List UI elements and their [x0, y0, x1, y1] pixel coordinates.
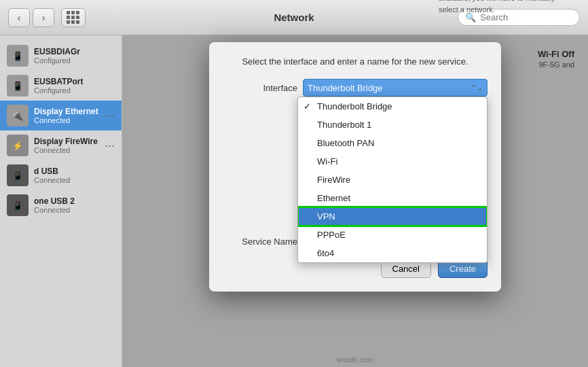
sidebar-item-3[interactable]: ⚡ Display FireWire Connected ···	[0, 130, 122, 160]
sidebar-item-text-2: Display Ethernet Connected	[34, 107, 99, 124]
dropdown-item-label: Bluetooth PAN	[317, 138, 374, 148]
grid-icon	[67, 11, 80, 24]
dropdown-item-6to4[interactable]: 6to4	[298, 244, 487, 262]
forward-button[interactable]: ›	[33, 8, 54, 27]
interface-dialog: Select the interface and enter a name fo…	[209, 42, 501, 292]
sidebar-item-status-0: Configured	[34, 56, 115, 65]
sidebar-item-name-4: d USB	[34, 167, 115, 176]
sidebar-item-status-3: Connected	[34, 146, 99, 154]
sidebar-item-name-5: one USB 2	[34, 196, 115, 206]
sidebar: 📱 EUSBDIAGr Configured 📱 EUSBATPort Conf…	[0, 35, 122, 367]
dropdown-item-vpn[interactable]: VPN	[298, 207, 487, 226]
dropdown-item-bluetooth-pan[interactable]: Bluetooth PAN	[298, 134, 487, 152]
dropdown-item-label: PPPoE	[317, 230, 346, 240]
nav-buttons: ‹ ›	[8, 8, 54, 27]
dropdown-item-label: Ethernet	[317, 193, 350, 203]
sidebar-item-icon-1: 📱	[7, 75, 29, 97]
dropdown-item-pppoe[interactable]: PPPoE	[298, 226, 487, 244]
forward-icon: ›	[42, 12, 45, 23]
sidebar-item-4[interactable]: 📱 d USB Connected	[0, 160, 122, 190]
dialog-overlay: Select the interface and enter a name fo…	[122, 35, 588, 367]
sidebar-item-status-1: Configured	[34, 86, 115, 94]
sidebar-item-text-5: one USB 2 Connected	[34, 196, 115, 214]
sidebar-item-text-3: Display FireWire Connected	[34, 137, 99, 154]
sidebar-item-dots-2: ···	[105, 109, 115, 123]
service-name-label: Service Name	[223, 237, 297, 247]
dropdown-item-thunderbolt1[interactable]: Thunderbolt 1	[298, 116, 487, 134]
sidebar-item-text-0: EUSBDIAGr Configured	[34, 47, 115, 65]
sidebar-item-status-5: Connected	[34, 206, 115, 214]
sidebar-item-name-1: EUSBATPort	[34, 77, 115, 86]
sidebar-item-icon-5: 📱	[7, 194, 29, 216]
dropdown-item-firewire[interactable]: FireWire	[298, 171, 487, 189]
dropdown-item-label: 6to4	[317, 248, 334, 258]
dropdown-item-label: VPN	[317, 211, 335, 222]
sidebar-item-text-1: EUSBATPort Configured	[34, 77, 115, 94]
sidebar-item-icon-3: ⚡	[7, 135, 29, 156]
sidebar-item-name-0: EUSBDIAGr	[34, 47, 115, 56]
interface-row: Interface Thunderbolt Bridge ⌃⌄ ✓ Thunde…	[223, 79, 488, 97]
interface-dropdown[interactable]: Thunderbolt Bridge ⌃⌄	[303, 79, 488, 97]
content-area: Wi-Fi Off 9F-5G and you will be connect …	[122, 35, 588, 367]
back-button[interactable]: ‹	[8, 8, 30, 27]
dropdown-item-label: FireWire	[317, 175, 350, 185]
sidebar-item-name-3: Display FireWire	[34, 137, 99, 146]
dropdown-arrow-icon: ⌃⌄	[471, 84, 483, 92]
sidebar-item-status-2: Connected	[34, 116, 99, 124]
sidebar-item-status-4: Connected	[34, 176, 115, 184]
checkmark-icon: ✓	[304, 101, 311, 111]
auto-connect-text: you will be connect to a network automat…	[439, 0, 574, 15]
sidebar-item-0[interactable]: 📱 EUSBDIAGr Configured	[0, 41, 122, 71]
dropdown-item-label: Thunderbolt Bridge	[317, 101, 392, 111]
dropdown-item-thunderbolt-bridge[interactable]: ✓ Thunderbolt Bridge	[298, 97, 487, 116]
dropdown-item-ethernet[interactable]: Ethernet	[298, 189, 487, 207]
back-icon: ‹	[18, 12, 21, 23]
window-title: Network	[274, 12, 314, 23]
dropdown-item-label: Wi-Fi	[317, 156, 337, 167]
app-grid-button[interactable]	[61, 8, 86, 27]
sidebar-item-1[interactable]: 📱 EUSBATPort Configured	[0, 71, 122, 101]
sidebar-item-2[interactable]: 🔌 Display Ethernet Connected ···	[0, 101, 122, 130]
sidebar-item-icon-4: 📱	[7, 164, 29, 186]
dialog-instruction: Select the interface and enter a name fo…	[223, 56, 488, 68]
sidebar-item-dots-3: ···	[105, 139, 115, 153]
interface-dropdown-menu[interactable]: ✓ Thunderbolt Bridge Thunderbolt 1 Bluet…	[297, 97, 488, 263]
interface-label: Interface	[223, 83, 297, 93]
interface-selected-value: Thunderbolt Bridge	[308, 83, 383, 93]
dropdown-item-label: Thunderbolt 1	[317, 120, 371, 130]
main-area: 📱 EUSBDIAGr Configured 📱 EUSBATPort Conf…	[0, 35, 588, 367]
sidebar-item-text-4: d USB Connected	[34, 167, 115, 184]
sidebar-item-icon-0: 📱	[7, 45, 29, 67]
dropdown-item-wifi[interactable]: Wi-Fi	[298, 152, 487, 171]
sidebar-item-name-2: Display Ethernet	[34, 107, 99, 116]
sidebar-item-icon-2: 🔌	[7, 105, 29, 126]
sidebar-item-5[interactable]: 📱 one USB 2 Connected	[0, 190, 122, 220]
